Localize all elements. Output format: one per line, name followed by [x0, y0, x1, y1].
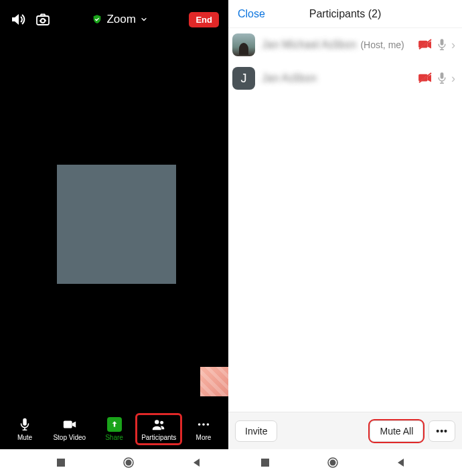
- participants-button[interactable]: Participants: [137, 414, 181, 444]
- svg-rect-0: [37, 16, 49, 25]
- participants-panel: Close Participants (2) Jan Michael Aclib…: [228, 0, 462, 449]
- svg-point-4: [160, 421, 163, 424]
- participant-name: Jan Aclibon: [262, 72, 317, 84]
- participant-name: Jan Michael Aclibon: [262, 39, 356, 51]
- microphone-icon: [437, 38, 447, 52]
- camera-switch-icon[interactable]: [35, 11, 51, 27]
- panel-header: Close Participants (2): [228, 0, 462, 28]
- stop-video-label: Stop Video: [53, 434, 86, 441]
- participants-list: Jan Michael Aclibon (Host, me) ›: [228, 28, 462, 412]
- avatar: J: [232, 67, 255, 90]
- mute-label: Mute: [17, 434, 32, 441]
- chevron-right-icon: ›: [451, 72, 455, 86]
- chevron-right-icon: ›: [451, 38, 455, 52]
- nav-back-icon[interactable]: [396, 457, 406, 468]
- svg-rect-15: [441, 72, 444, 79]
- svg-point-7: [207, 423, 210, 426]
- panel-footer: Invite Mute All •••: [228, 412, 462, 449]
- panel-more-button[interactable]: •••: [429, 420, 455, 442]
- svg-point-3: [155, 420, 159, 424]
- invite-button[interactable]: Invite: [235, 420, 277, 442]
- svg-point-5: [198, 423, 201, 426]
- camera-off-icon: [418, 72, 433, 84]
- android-nav-bar: [0, 449, 462, 476]
- nav-recent-icon[interactable]: [56, 457, 66, 468]
- self-video-thumbnail[interactable]: [200, 367, 228, 396]
- mute-button[interactable]: Mute: [3, 414, 47, 444]
- more-horizontal-icon: [196, 417, 211, 432]
- video-area: [0, 39, 228, 409]
- share-label: Share: [105, 434, 123, 441]
- microphone-icon: [437, 72, 447, 85]
- avatar: [232, 33, 255, 56]
- shield-check-icon: [92, 14, 102, 25]
- speaker-icon[interactable]: [9, 11, 25, 27]
- more-label: More: [196, 434, 212, 441]
- svg-rect-11: [441, 39, 444, 46]
- microphone-icon: [17, 417, 32, 432]
- share-icon: [107, 417, 122, 432]
- nav-back-icon[interactable]: [191, 457, 202, 468]
- svg-rect-2: [64, 421, 72, 428]
- app-title: Zoom: [106, 13, 135, 26]
- panel-title: Participants (2): [309, 8, 382, 20]
- participant-meta: (Host, me): [360, 39, 404, 50]
- svg-point-6: [202, 423, 205, 426]
- svg-rect-1: [23, 418, 27, 426]
- more-button[interactable]: More: [181, 414, 226, 444]
- participants-icon: [151, 417, 166, 432]
- svg-rect-16: [57, 459, 65, 467]
- end-call-button[interactable]: End: [189, 12, 219, 27]
- mute-all-button[interactable]: Mute All: [370, 420, 423, 442]
- stop-video-button[interactable]: Stop Video: [48, 414, 92, 444]
- svg-point-18: [126, 460, 132, 466]
- call-toolbar: Mute Stop Video Share: [0, 409, 228, 449]
- participant-row[interactable]: J Jan Aclibon ›: [228, 62, 462, 95]
- svg-rect-19: [261, 459, 269, 467]
- video-call-pane: Zoom End Mute Stop Video: [0, 0, 228, 449]
- chevron-down-icon: [140, 15, 148, 23]
- nav-home-icon[interactable]: [123, 457, 134, 468]
- svg-point-21: [330, 460, 336, 466]
- video-icon: [62, 417, 77, 432]
- participant-row[interactable]: Jan Michael Aclibon (Host, me) ›: [228, 28, 462, 62]
- main-video-tile[interactable]: [57, 165, 176, 284]
- share-button[interactable]: Share: [92, 414, 137, 444]
- nav-home-icon[interactable]: [327, 457, 338, 468]
- participants-label: Participants: [141, 434, 176, 441]
- call-top-bar: Zoom End: [0, 0, 228, 39]
- nav-recent-icon[interactable]: [260, 457, 271, 468]
- zoom-dropdown[interactable]: Zoom: [92, 13, 147, 26]
- camera-off-icon: [418, 39, 433, 51]
- close-button[interactable]: Close: [238, 8, 265, 20]
